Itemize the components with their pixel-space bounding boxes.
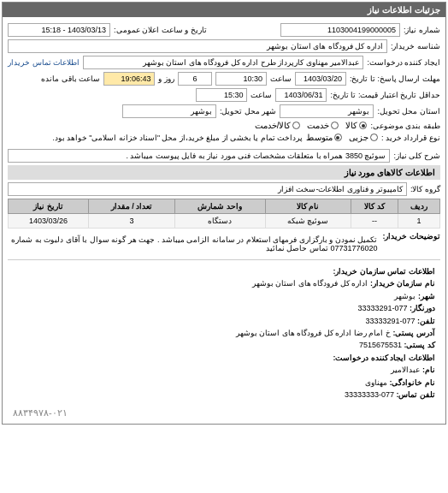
remain-time: 19:06:43 (103, 72, 155, 86)
radio-dot-icon (292, 122, 300, 129)
contact-name: عبدالامیر (391, 365, 420, 374)
contact-phone: 077-33333333 (345, 390, 394, 399)
contact-section-title: اطلاعات تماس سازمان خریدار: (333, 267, 436, 276)
row-delivery: استان محل تحویل: بوشهر شهر محل تحویل: بو… (8, 104, 440, 118)
pub-dt-label: تاریخ و ساعت اعلان عمومی: (114, 26, 207, 34)
buyer-label: شناسه خریدار: (391, 42, 440, 50)
td-2: سوئیچ شبکه (265, 214, 351, 229)
org-label: نام سازمان خریدار: (370, 279, 435, 288)
radio-both[interactable]: کالا/خدمت (255, 121, 301, 130)
th-3: واحد شمارش (174, 199, 265, 214)
panel-body: شماره نیاز: 1103004199000005 تاریخ و ساع… (3, 17, 445, 424)
goods-group-label: گروه کالا: (410, 185, 440, 193)
addr: خ امام رضا اداره کل فرودگاه های استان بو… (236, 329, 391, 337)
pub-dt: 1403/03/13 - 15:18 (8, 23, 110, 37)
remain-days: 6 (178, 72, 212, 86)
radio-service[interactable]: خدمت (307, 121, 339, 130)
delivery-city: بوشهر (122, 104, 216, 118)
remain-time-label: ساعت باقی مانده (41, 74, 100, 83)
goods-section-title: اطلاعات کالاهای مورد نیاز (8, 165, 440, 180)
row-buyer: شناسه خریدار: اداره کل فرودگاه های استان… (8, 39, 440, 53)
deadline-time: 10:30 (215, 72, 267, 86)
contact-block: اطلاعات تماس سازمان خریدار: نام سازمان خ… (8, 259, 440, 406)
addr-label: آدرس پستی: (393, 329, 436, 337)
desc-label: شرح کلی نیاز: (393, 151, 440, 160)
desc: سوئیچ 3850 همراه با متعلقات مشخصات فنی م… (8, 149, 390, 163)
buyer-note: تکمیل نمودن و بارگزاری فرمهای استعلام در… (8, 232, 380, 256)
panel-title: جزئیات اطلاعات نیاز (3, 3, 445, 17)
row-goods-group: گروه کالا: کامپیوتر و فناوری اطلاعات-سخت… (8, 182, 440, 196)
deadline-date: 1403/03/20 (295, 72, 346, 86)
pay-radio-group: جزیی متوسط (306, 133, 378, 142)
creator-contact-link[interactable]: اطلاعات تماس خریدار (8, 58, 80, 67)
td-1: -- (351, 214, 398, 229)
table-row: 1 -- سوئیچ شبکه دستگاه 3 1403/03/26 (9, 214, 440, 229)
th-0: ردیف (398, 199, 440, 214)
td-3: دستگاه (174, 214, 265, 229)
td-5: 1403/03/26 (9, 214, 89, 229)
delivery-prov: بوشهر (280, 104, 374, 118)
remain-days-label: روز و (158, 74, 174, 83)
zip: 7515675531 (359, 341, 402, 349)
radio-goods[interactable]: کالا (345, 121, 367, 130)
th-5: تاریخ نیاز (9, 199, 89, 214)
delivery-city-label: شهر محل تحویل: (220, 107, 277, 116)
table-header-row: ردیف کد کالا نام کالا واحد شمارش تعداد /… (9, 199, 440, 214)
radio-partial[interactable]: جزیی (349, 133, 378, 142)
radio-medium[interactable]: متوسط (306, 133, 342, 142)
buyer-note-label: توضیحات خریدار: (383, 232, 441, 241)
row-need-no: شماره نیاز: 1103004199000005 تاریخ و ساع… (8, 23, 440, 37)
name-label: نام: (422, 365, 435, 374)
pay-note: پرداخت تمام یا بخشی از مبلغ خرید،از محل … (52, 134, 303, 142)
budget-radio-group: کالا خدمت کالا/خدمت (255, 121, 368, 130)
city-label: شهر: (418, 292, 435, 300)
footer-phone: ۸۸۳۴۹۷۸-۰۲۱ (8, 406, 440, 420)
radio-dot-icon (359, 122, 367, 129)
radio-service-label: خدمت (307, 121, 329, 130)
radio-dot-icon (331, 122, 339, 129)
buyer: اداره کل فرودگاه های استان بوشهر (8, 39, 387, 53)
contact-family: مهناوی (365, 378, 387, 387)
main-panel: جزئیات اطلاعات نیاز شماره نیاز: 11030041… (2, 2, 446, 425)
budget-type-label: طبقه بندی موضوعی: (370, 122, 440, 130)
row-buyer-note: توضیحات خریدار: تکمیل نمودن و بارگزاری ف… (8, 232, 440, 256)
city: بوشهر (394, 292, 416, 300)
creator-section-title: اطلاعات ایجاد کننده درخواست: (333, 353, 436, 362)
radio-goods-label: کالا (345, 121, 357, 130)
creator-label: ایجاد کننده درخواست: (367, 58, 440, 67)
creator: عبدالامیر مهناوی کارپرداز طرح اداره کل ف… (83, 56, 363, 69)
org: اداره کل فرودگاه های استان بوشهر (252, 279, 368, 288)
validity-label: حداقل تاریخ اعتبار قیمت: تا تاریخ: (330, 91, 440, 99)
radio-dot-icon (334, 134, 342, 141)
fax: 077-33333291 (357, 304, 407, 312)
fax-label: دورنگار: (410, 304, 435, 312)
need-no: 1103004199000005 (280, 23, 400, 37)
row-deadline: مهلت ارسال پاسخ: تا تاریخ: 1403/03/20 سا… (8, 72, 440, 86)
td-0: 1 (398, 214, 440, 229)
th-4: تعداد / مقدار (89, 199, 174, 214)
validity-date: 1403/06/31 (275, 88, 327, 102)
th-1: کد کالا (351, 199, 398, 214)
goods-table: ردیف کد کالا نام کالا واحد شمارش تعداد /… (8, 199, 440, 229)
row-pay-type: نوع قرارداد خرید : جزیی متوسط پرداخت تما… (8, 133, 440, 142)
zip-label: کد پستی: (404, 341, 436, 349)
delivery-prov-label: استان محل تحویل: (377, 107, 440, 116)
radio-both-label: کالا/خدمت (255, 121, 292, 130)
row-validity: حداقل تاریخ اعتبار قیمت: تا تاریخ: 1403/… (8, 88, 440, 102)
td-4: 3 (89, 214, 174, 229)
th-2: نام کالا (265, 199, 351, 214)
row-desc: شرح کلی نیاز: سوئیچ 3850 همراه با متعلقا… (8, 149, 440, 163)
pay-type-label: نوع قرارداد خرید : (381, 134, 440, 142)
row-creator: ایجاد کننده درخواست: عبدالامیر مهناوی کا… (8, 56, 440, 69)
tel-label: تلفن: (417, 317, 435, 325)
time-label-1: ساعت (270, 74, 292, 83)
family-label: نام خانوادگی: (390, 378, 436, 387)
time-label-2: ساعت (251, 91, 272, 99)
goods-group: کامپیوتر و فناوری اطلاعات-سخت افزار (8, 182, 407, 196)
validity-time: 15:30 (196, 88, 247, 102)
radio-dot-icon (370, 134, 378, 141)
row-budget-type: طبقه بندی موضوعی: کالا خدمت کالا/خدمت (8, 121, 440, 130)
tel: 077-33333291 (365, 317, 415, 325)
radio-medium-label: متوسط (306, 133, 333, 142)
radio-partial-label: جزیی (349, 133, 368, 142)
